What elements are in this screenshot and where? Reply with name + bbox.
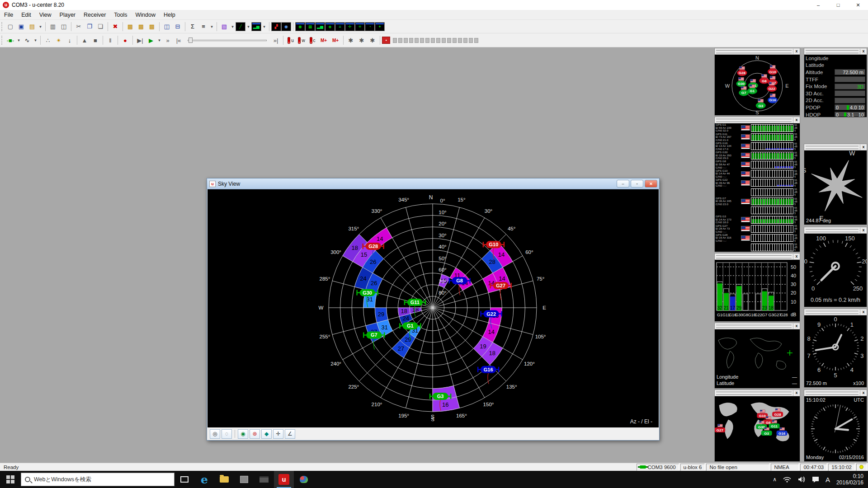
step-forward-icon[interactable]: ▶| bbox=[135, 35, 146, 46]
dock-speed-icon[interactable]: ✳ bbox=[355, 22, 365, 31]
dock-extra-icon[interactable]: ✦ bbox=[375, 22, 385, 31]
orientation-icon[interactable]: ✛ bbox=[273, 429, 283, 439]
utc-clock-handle[interactable]: x bbox=[804, 390, 867, 396]
chart-color-icon[interactable]: ▧ bbox=[219, 21, 230, 32]
chart-line-dropdown[interactable]: ▾ bbox=[245, 21, 251, 32]
copy-icon[interactable]: ❐ bbox=[84, 21, 95, 32]
menu-receiver[interactable]: Receiver bbox=[80, 10, 110, 20]
status-receiver[interactable]: u-blox 6 bbox=[680, 464, 705, 471]
chart-line-icon[interactable]: ╱ bbox=[236, 22, 245, 31]
speaker-icon[interactable] bbox=[797, 476, 806, 483]
messages-table-icon[interactable]: ≡ bbox=[198, 21, 209, 32]
menu-edit[interactable]: Edit bbox=[17, 10, 35, 20]
compass-handle[interactable]: x bbox=[804, 144, 867, 150]
paste-icon[interactable]: ❏ bbox=[95, 21, 106, 32]
new-file-icon[interactable]: ▢ bbox=[5, 21, 16, 32]
package-time-icon[interactable]: ▩ bbox=[136, 21, 146, 32]
notification-icon[interactable] bbox=[812, 476, 819, 483]
baudrate-dropdown[interactable]: ▾ bbox=[33, 35, 38, 46]
temp-hw-icon[interactable]: w bbox=[296, 35, 307, 46]
gear-config1-icon[interactable]: ✱ bbox=[345, 35, 356, 46]
sky-view-titlebar[interactable]: u Sky View – ▫ ✕ bbox=[207, 178, 659, 189]
eject-icon[interactable]: ▲ bbox=[79, 35, 90, 46]
mini-skyview-handle[interactable]: x bbox=[715, 48, 800, 55]
taskbar-explorer-button[interactable] bbox=[214, 471, 234, 488]
world-map-handle[interactable]: x bbox=[715, 390, 800, 396]
playback-slider[interactable] bbox=[188, 37, 267, 43]
clear-messages-icon[interactable]: ✖ bbox=[110, 21, 121, 32]
dock-compass-icon[interactable]: ✛ bbox=[345, 22, 355, 31]
sky-red-icon[interactable]: ⊛ bbox=[250, 429, 260, 439]
polar-grid-icon[interactable]: ◎ bbox=[210, 429, 220, 439]
circle-view-icon[interactable]: ◌ bbox=[222, 429, 232, 439]
sky-plot-area[interactable]: 1814152624263129273127293124181815111414… bbox=[208, 189, 659, 427]
close-icon[interactable]: x bbox=[860, 145, 867, 150]
tray-clock[interactable]: 0:10 2016/02/16 bbox=[836, 473, 863, 486]
close-icon[interactable]: x bbox=[793, 117, 800, 123]
print-icon[interactable]: ▥ bbox=[47, 21, 58, 32]
record-icon[interactable]: ● bbox=[120, 35, 131, 46]
sky-minimize-icon[interactable]: – bbox=[617, 180, 629, 188]
marker-icon[interactable]: ◆ bbox=[261, 429, 272, 439]
sky-maximize-icon[interactable]: ▫ bbox=[631, 180, 643, 188]
sky-view-tool-icon[interactable]: ◉ bbox=[281, 22, 291, 31]
temp-hc-icon[interactable]: c bbox=[307, 35, 318, 46]
scatter-points-icon[interactable]: ∴ bbox=[42, 35, 53, 46]
play-dropdown[interactable]: ▾ bbox=[156, 35, 162, 46]
taskbar-app1-button[interactable] bbox=[234, 471, 254, 488]
slider-thumb[interactable] bbox=[189, 38, 193, 43]
close-icon[interactable]: x bbox=[793, 390, 800, 396]
signal-list-handle[interactable]: x bbox=[715, 117, 800, 123]
open-dropdown[interactable]: ▾ bbox=[38, 21, 43, 32]
maximize-icon[interactable]: □ bbox=[828, 0, 848, 10]
taskbar-edge-button[interactable]: e bbox=[194, 471, 214, 488]
taskbar-app2-button[interactable] bbox=[254, 471, 274, 488]
dock-deviation-icon[interactable]: ▦ bbox=[305, 22, 315, 31]
dock-signal-icon[interactable]: ▂▅ bbox=[315, 22, 325, 31]
close-icon[interactable]: x bbox=[793, 49, 800, 54]
navigation-data-handle[interactable]: x bbox=[804, 48, 867, 55]
tray-expand-icon[interactable]: ∧ bbox=[773, 476, 777, 483]
download-icon[interactable]: ↓ bbox=[64, 35, 75, 46]
chart-bar-dropdown[interactable]: ▾ bbox=[261, 21, 267, 32]
cn0-chart-handle[interactable]: x bbox=[715, 253, 800, 260]
satellite-bug-icon[interactable]: ✴ bbox=[53, 35, 64, 46]
split-horizontal-icon[interactable]: ◫ bbox=[161, 21, 172, 32]
close-icon[interactable]: x bbox=[860, 49, 867, 54]
dock-world-icon[interactable]: ◈ bbox=[325, 22, 335, 31]
save-icon[interactable]: ▣ bbox=[16, 21, 27, 32]
skip-end-icon[interactable]: »| bbox=[270, 35, 281, 46]
fast-forward-icon[interactable]: » bbox=[162, 35, 173, 46]
menu-window[interactable]: Window bbox=[132, 10, 160, 20]
map-view-icon[interactable]: ▞ bbox=[271, 22, 281, 31]
gear-config3-icon[interactable]: ✱ bbox=[367, 35, 378, 46]
menu-view[interactable]: View bbox=[35, 10, 56, 20]
baudrate-icon[interactable]: ∿ bbox=[22, 35, 33, 46]
alert-icon[interactable]: ▪ bbox=[382, 37, 390, 44]
menu-tools[interactable]: Tools bbox=[110, 10, 131, 20]
stop-icon[interactable]: ■ bbox=[90, 35, 101, 46]
task-view-button[interactable] bbox=[175, 471, 194, 488]
connect-dropdown[interactable]: ▾ bbox=[16, 35, 22, 46]
start-button[interactable] bbox=[0, 471, 21, 488]
open-icon[interactable]: ▤ bbox=[27, 21, 38, 32]
package-table-icon[interactable]: ▩ bbox=[146, 21, 157, 32]
taskbar-app3-button[interactable] bbox=[294, 471, 314, 488]
menu-player[interactable]: Player bbox=[56, 10, 80, 20]
close-icon[interactable]: ✕ bbox=[848, 0, 868, 10]
ime-indicator[interactable]: A bbox=[826, 476, 830, 483]
log-mark2-icon[interactable]: M+ bbox=[330, 35, 341, 46]
taskbar-ucenter-button[interactable]: u bbox=[274, 471, 294, 488]
close-icon[interactable]: x bbox=[860, 390, 867, 396]
table-dropdown[interactable]: ▾ bbox=[209, 21, 215, 32]
play-icon[interactable]: ▶ bbox=[146, 35, 156, 46]
dock-messages-icon[interactable]: ≡ bbox=[335, 22, 345, 31]
log-mark1-icon[interactable]: M+ bbox=[318, 35, 330, 46]
dock-sky-icon[interactable]: ◉ bbox=[295, 22, 305, 31]
pause-icon[interactable]: ‖ bbox=[105, 35, 116, 46]
wifi-icon[interactable] bbox=[783, 476, 791, 483]
print-preview-icon[interactable]: ◫ bbox=[58, 21, 69, 32]
track-map-handle[interactable]: x bbox=[715, 323, 800, 329]
skip-start-icon[interactable]: |« bbox=[173, 35, 184, 46]
altimeter-handle[interactable]: x bbox=[804, 309, 867, 315]
